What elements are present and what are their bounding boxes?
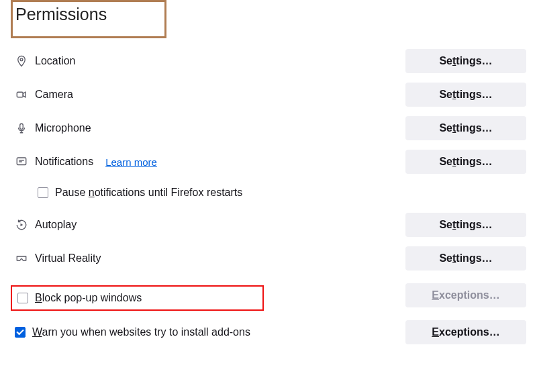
warn-addons-exceptions-button[interactable]: Exceptions…: [405, 320, 526, 344]
camera-label: Camera: [35, 89, 73, 101]
camera-settings-button[interactable]: Settings…: [405, 83, 526, 107]
block-popups-label: Block pop-up windows: [35, 292, 142, 304]
permission-row-camera: Camera Settings…: [11, 80, 526, 109]
notifications-settings-button[interactable]: Settings…: [405, 150, 526, 174]
svg-rect-3: [17, 158, 26, 165]
permission-row-autoplay: Autoplay Settings…: [11, 210, 526, 240]
vr-settings-button[interactable]: Settings…: [405, 246, 526, 271]
notifications-learn-more-link[interactable]: Learn more: [105, 156, 157, 168]
block-popups-highlight: Block pop-up windows: [11, 285, 264, 311]
permission-row-location: Location Settings…: [11, 46, 526, 76]
warn-addons-row: Warn you when websites try to install ad…: [11, 317, 526, 347]
location-label: Location: [35, 55, 76, 67]
vr-icon: [15, 252, 28, 265]
notifications-icon: [15, 155, 28, 168]
section-title: Permissions: [14, 2, 111, 26]
section-title-highlight: Permissions: [11, 0, 166, 38]
warn-addons-label: Warn you when websites try to install ad…: [32, 326, 250, 338]
notifications-label: Notifications: [35, 156, 93, 168]
vr-label: Virtual Reality: [35, 252, 101, 264]
camera-icon: [15, 88, 28, 101]
permission-row-vr: Virtual Reality Settings…: [11, 244, 526, 273]
block-popups-exceptions-button[interactable]: Exceptions…: [405, 283, 526, 307]
block-popups-row-container: Block pop-up windows Exceptions…: [11, 277, 526, 313]
svg-rect-1: [17, 92, 23, 97]
block-popups-checkbox[interactable]: [17, 293, 28, 303]
autoplay-settings-button[interactable]: Settings…: [405, 213, 526, 237]
permission-row-notifications: Notifications Learn more Settings…: [11, 147, 526, 177]
svg-point-0: [20, 58, 23, 61]
pause-notifications-label: Pause notifications until Firefox restar…: [55, 187, 242, 199]
warn-addons-checkbox[interactable]: [15, 327, 26, 338]
permission-row-microphone: Microphone Settings…: [11, 113, 526, 143]
location-settings-button[interactable]: Settings…: [405, 49, 526, 73]
pause-notifications-row: Pause notifications until Firefox restar…: [11, 181, 526, 205]
microphone-icon: [15, 121, 28, 135]
pause-notifications-checkbox[interactable]: [38, 187, 48, 198]
svg-rect-2: [20, 124, 23, 129]
microphone-label: Microphone: [35, 122, 91, 134]
autoplay-icon: [15, 218, 28, 232]
location-icon: [15, 54, 28, 68]
microphone-settings-button[interactable]: Settings…: [405, 116, 526, 140]
autoplay-label: Autoplay: [35, 219, 77, 231]
